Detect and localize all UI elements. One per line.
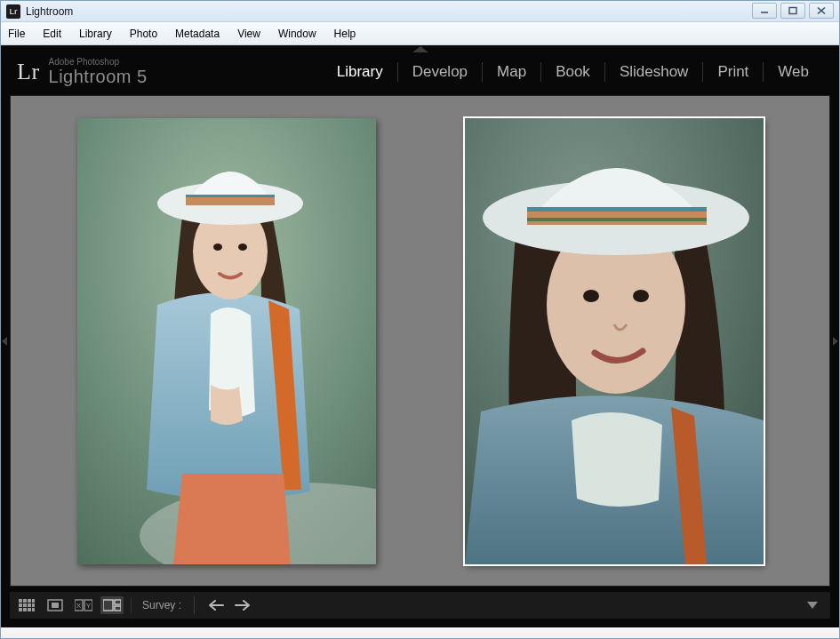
grid-view-button[interactable] bbox=[15, 596, 38, 614]
svg-rect-23 bbox=[23, 599, 27, 603]
compare-view-button[interactable]: X Y bbox=[72, 596, 95, 614]
loupe-view-button[interactable] bbox=[44, 596, 67, 614]
toolbar-mode-label: Survey : bbox=[142, 599, 181, 611]
survey-viewer[interactable] bbox=[10, 95, 830, 587]
menu-file[interactable]: File bbox=[8, 28, 25, 40]
svg-rect-35 bbox=[52, 603, 59, 608]
identity-plate: Lr Adobe Photoshop Lightroom 5 bbox=[17, 58, 148, 86]
svg-rect-26 bbox=[19, 603, 22, 607]
toolbar-separator bbox=[131, 597, 132, 613]
module-print[interactable]: Print bbox=[703, 63, 763, 81]
module-web[interactable]: Web bbox=[764, 63, 823, 81]
module-library[interactable]: Library bbox=[323, 63, 397, 81]
menu-view[interactable]: View bbox=[237, 28, 260, 40]
menu-window[interactable]: Window bbox=[278, 28, 316, 40]
svg-text:Y: Y bbox=[86, 602, 92, 610]
module-slideshow[interactable]: Slideshow bbox=[605, 63, 703, 81]
identity-plate-bar: Lr Adobe Photoshop Lightroom 5 Library D… bbox=[1, 52, 839, 95]
svg-rect-1 bbox=[789, 8, 796, 14]
svg-rect-33 bbox=[32, 608, 35, 611]
logo-bottom-text: Lightroom 5 bbox=[49, 68, 148, 86]
svg-rect-28 bbox=[28, 603, 31, 607]
menu-metadata[interactable]: Metadata bbox=[175, 28, 220, 40]
viewer-wrap bbox=[1, 95, 839, 592]
close-button[interactable] bbox=[809, 3, 834, 19]
survey-thumb-2[interactable] bbox=[465, 118, 764, 564]
library-toolbar: X Y Survey : bbox=[10, 592, 830, 619]
toolbar-disclosure-button[interactable] bbox=[804, 598, 821, 612]
module-picker: Library Develop Map Book Slideshow Print… bbox=[323, 62, 823, 82]
below-window-area bbox=[1, 627, 839, 638]
svg-rect-21 bbox=[527, 218, 707, 221]
menu-help[interactable]: Help bbox=[334, 28, 356, 40]
svg-rect-30 bbox=[19, 608, 22, 611]
svg-rect-29 bbox=[32, 603, 35, 607]
svg-marker-4 bbox=[2, 337, 7, 346]
svg-rect-13 bbox=[186, 195, 275, 197]
survey-view-button[interactable] bbox=[100, 596, 124, 614]
svg-rect-42 bbox=[115, 606, 121, 611]
svg-point-9 bbox=[213, 244, 222, 251]
window-title: Lightroom bbox=[26, 5, 73, 18]
menu-library[interactable]: Library bbox=[79, 28, 112, 40]
top-panel-toggle[interactable] bbox=[1, 45, 839, 52]
menu-edit[interactable]: Edit bbox=[43, 28, 61, 40]
svg-rect-27 bbox=[23, 603, 27, 607]
svg-rect-32 bbox=[28, 608, 31, 611]
module-book[interactable]: Book bbox=[541, 63, 604, 81]
svg-rect-31 bbox=[23, 608, 27, 611]
window-frame: Lr Lightroom File Edit Library Photo Met… bbox=[0, 0, 840, 639]
module-map[interactable]: Map bbox=[483, 63, 540, 81]
logo-mark: Lr bbox=[17, 59, 40, 85]
left-panel-toggle[interactable] bbox=[2, 331, 7, 351]
minimize-button[interactable] bbox=[752, 3, 777, 19]
window-titlebar: Lr Lightroom bbox=[1, 1, 839, 22]
svg-point-10 bbox=[238, 244, 247, 251]
svg-rect-41 bbox=[115, 600, 121, 604]
svg-point-17 bbox=[633, 290, 649, 302]
menu-bar: File Edit Library Photo Metadata View Wi… bbox=[1, 22, 839, 45]
svg-rect-22 bbox=[19, 599, 22, 603]
svg-rect-24 bbox=[28, 599, 31, 603]
svg-marker-43 bbox=[807, 602, 818, 609]
svg-marker-5 bbox=[833, 337, 838, 346]
maximize-button[interactable] bbox=[780, 3, 805, 19]
menu-photo[interactable]: Photo bbox=[130, 28, 157, 40]
lightroom-app: Lr Adobe Photoshop Lightroom 5 Library D… bbox=[1, 45, 839, 627]
svg-point-16 bbox=[583, 290, 599, 302]
svg-text:X: X bbox=[76, 602, 82, 610]
app-icon: Lr bbox=[6, 4, 20, 19]
prev-photo-button[interactable] bbox=[205, 597, 227, 613]
module-develop[interactable]: Develop bbox=[398, 63, 482, 81]
next-photo-button[interactable] bbox=[232, 597, 253, 613]
toolbar-separator bbox=[194, 596, 195, 614]
svg-rect-25 bbox=[32, 599, 35, 603]
svg-rect-20 bbox=[527, 207, 707, 212]
chevron-up-icon bbox=[412, 46, 428, 52]
survey-thumb-1[interactable] bbox=[77, 118, 376, 564]
svg-rect-40 bbox=[103, 600, 113, 611]
right-panel-toggle[interactable] bbox=[833, 331, 838, 351]
